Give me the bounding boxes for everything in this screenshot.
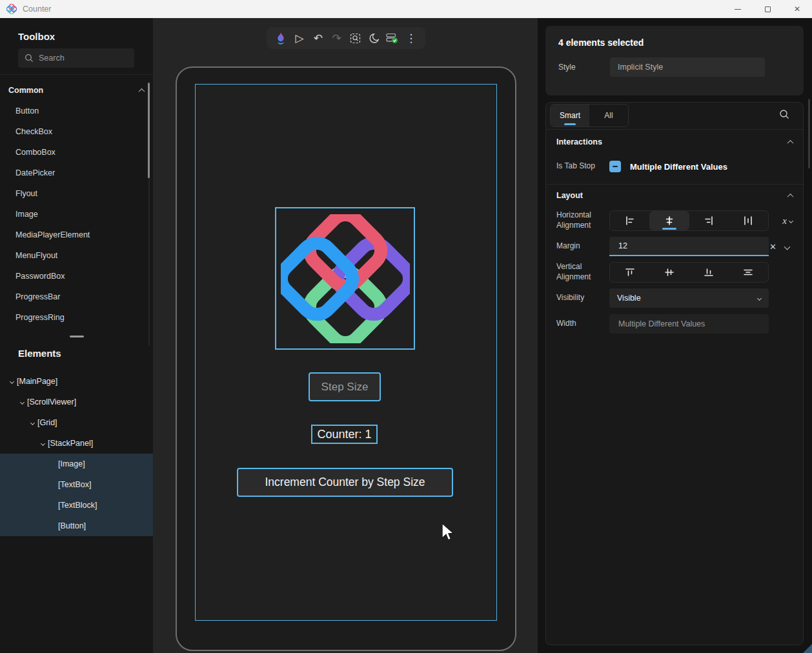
app-increment-button[interactable]: Increment Counter by Step Size bbox=[237, 468, 453, 497]
design-canvas[interactable]: ▷ ↶ ↷ bbox=[153, 18, 538, 653]
toolbox-item-label: DatePicker bbox=[15, 168, 55, 177]
toolbox-item-flyout[interactable]: Flyout bbox=[0, 183, 153, 204]
undo-button[interactable]: ↶ bbox=[310, 30, 326, 46]
tree-item-textblock[interactable]: [TextBlock] bbox=[0, 495, 153, 516]
increment-button-label: Increment Counter by Step Size bbox=[265, 476, 425, 489]
toolbox-item-label: Flyout bbox=[15, 189, 37, 198]
elements-title: Elements bbox=[18, 348, 61, 359]
toolbox-item-mediaplayerelement[interactable]: MediaPlayerElement bbox=[0, 225, 153, 245]
tree-item-label: [MainPage] bbox=[17, 377, 57, 386]
interactions-title: Interactions bbox=[556, 137, 602, 146]
play-button[interactable]: ▷ bbox=[292, 30, 307, 46]
alignment-expression-button[interactable]: x bbox=[782, 216, 793, 226]
tree-item-label: [ScrollViewer] bbox=[27, 397, 76, 407]
toolbox-item-label: PasswordBox bbox=[15, 272, 65, 281]
style-field[interactable]: Implicit Style bbox=[610, 57, 765, 77]
inspector-scrollbar-thumb[interactable] bbox=[808, 99, 810, 168]
tree-item-grid[interactable]: [Grid] bbox=[0, 412, 153, 433]
toolbox-list: Button CheckBox ComboBox DatePicker Flyo… bbox=[0, 101, 153, 328]
margin-input[interactable] bbox=[609, 237, 769, 256]
toolbox-item-label: Button bbox=[15, 106, 39, 116]
tree-item-button[interactable]: [Button] bbox=[0, 516, 153, 536]
tree-item-textbox[interactable]: [TextBox] bbox=[0, 474, 153, 495]
hot-design-flame-icon[interactable] bbox=[273, 30, 289, 46]
chevron-up-icon bbox=[787, 139, 794, 146]
align-bottom-button[interactable] bbox=[689, 263, 729, 282]
window-resize-grip[interactable] bbox=[803, 644, 812, 653]
tree-item-stackpanel[interactable]: [StackPanel] bbox=[0, 433, 153, 454]
visibility-dropdown[interactable]: Visible bbox=[609, 288, 769, 308]
align-stretch-button[interactable] bbox=[729, 211, 768, 230]
align-center-icon bbox=[664, 216, 675, 226]
textbox-placeholder-text: Step Size bbox=[321, 381, 369, 394]
width-field[interactable]: Multiple Different Values bbox=[609, 314, 769, 334]
align-top-button[interactable] bbox=[610, 263, 649, 282]
toolbox-search-input[interactable] bbox=[39, 54, 123, 63]
toolbox-section-common[interactable]: Common bbox=[8, 83, 144, 97]
tab-smart[interactable]: Smart bbox=[551, 105, 589, 126]
common-section-label: Common bbox=[8, 86, 43, 95]
horizontal-alignment-label: Horizontal Alignment bbox=[556, 210, 609, 230]
toolbox-item-datepicker[interactable]: DatePicker bbox=[0, 163, 153, 183]
section-interactions[interactable]: Interactions bbox=[556, 137, 793, 146]
toolbox-item-button[interactable]: Button bbox=[0, 101, 153, 121]
minimize-icon bbox=[735, 9, 741, 10]
app-image-element[interactable] bbox=[275, 207, 415, 350]
section-layout[interactable]: Layout bbox=[556, 191, 793, 200]
minimize-button[interactable] bbox=[723, 0, 753, 18]
divider bbox=[546, 129, 803, 130]
is-tab-stop-checkbox[interactable] bbox=[609, 161, 621, 172]
toolbox-search[interactable] bbox=[18, 48, 134, 68]
redo-button[interactable]: ↷ bbox=[329, 30, 345, 46]
dark-mode-moon-button[interactable] bbox=[366, 30, 381, 46]
chevron-down-icon bbox=[757, 296, 762, 300]
align-center-button[interactable] bbox=[649, 211, 689, 230]
tree-item-label: [TextBlock] bbox=[58, 501, 97, 510]
toolbox-item-progressring[interactable]: ProgressRing bbox=[0, 307, 153, 328]
elements-tree: [MainPage] [ScrollViewer] [Grid] [StackP… bbox=[0, 371, 153, 536]
toolbox-item-checkbox[interactable]: CheckBox bbox=[0, 121, 153, 142]
visibility-label: Visibility bbox=[556, 293, 609, 303]
maximize-button[interactable] bbox=[753, 0, 782, 18]
app-body: Toolbox Common Button CheckBox ComboBox … bbox=[0, 18, 812, 653]
is-tab-stop-label: Is Tab Stop bbox=[556, 161, 609, 172]
tab-all[interactable]: All bbox=[589, 105, 628, 126]
selection-header: 4 elements selected bbox=[558, 37, 644, 48]
chevron-down-icon[interactable] bbox=[17, 401, 27, 404]
align-right-button[interactable] bbox=[689, 211, 729, 230]
chevron-down-icon[interactable] bbox=[784, 243, 791, 250]
align-vstretch-button[interactable] bbox=[729, 263, 768, 282]
align-bottom-icon bbox=[704, 267, 714, 277]
toolbox-item-progressbar[interactable]: ProgressBar bbox=[0, 286, 153, 307]
vertical-alignment-row: Vertical Alignment bbox=[556, 262, 798, 283]
divider bbox=[0, 74, 153, 75]
close-button[interactable]: ✕ bbox=[782, 0, 812, 18]
tree-item-mainpage[interactable]: [MainPage] bbox=[0, 371, 153, 392]
toolbox-item-passwordbox[interactable]: PasswordBox bbox=[0, 266, 153, 286]
connection-status-button[interactable] bbox=[385, 30, 400, 46]
toolbox-item-menuflyout[interactable]: MenuFlyout bbox=[0, 245, 153, 266]
app-textblock-counter[interactable]: Counter: 1 bbox=[311, 425, 378, 444]
chevron-down-icon[interactable] bbox=[6, 380, 17, 383]
toolbox-item-combobox[interactable]: ComboBox bbox=[0, 142, 153, 163]
splitter-handle-icon bbox=[70, 336, 84, 337]
tree-item-image[interactable]: [Image] bbox=[0, 454, 153, 474]
properties-search-icon[interactable] bbox=[779, 109, 790, 120]
align-middle-button[interactable] bbox=[649, 263, 689, 282]
align-left-button[interactable] bbox=[610, 211, 649, 230]
tree-item-label: [TextBox] bbox=[58, 480, 91, 489]
vertical-alignment-segmented bbox=[609, 262, 769, 283]
width-value: Multiple Different Values bbox=[618, 319, 705, 328]
chevron-down-icon[interactable] bbox=[27, 421, 37, 425]
tree-item-scrollviewer[interactable]: [ScrollViewer] bbox=[0, 392, 153, 412]
more-options-kebab-button[interactable]: ⋮ bbox=[403, 30, 419, 46]
visibility-value: Visible bbox=[617, 294, 641, 303]
toolbox-item-image[interactable]: Image bbox=[0, 204, 153, 225]
chevron-down-icon[interactable] bbox=[37, 442, 48, 445]
zoom-selection-button[interactable] bbox=[347, 30, 363, 46]
toolbox-scrollbar-thumb[interactable] bbox=[148, 83, 150, 178]
app-textbox-stepsize[interactable]: Step Size bbox=[309, 372, 381, 401]
margin-label: Margin bbox=[556, 241, 609, 252]
panel-splitter[interactable] bbox=[0, 332, 153, 340]
clear-margin-icon[interactable]: ✕ bbox=[769, 242, 776, 252]
